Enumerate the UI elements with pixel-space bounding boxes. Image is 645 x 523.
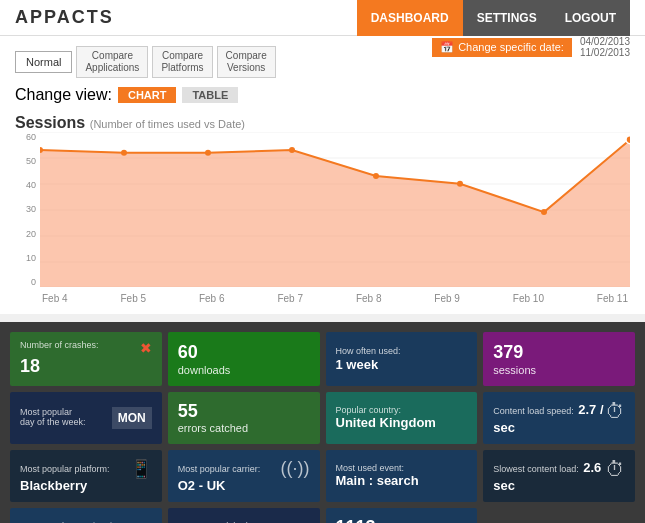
stat-most-used-event: Most used event: Main : search	[326, 450, 478, 502]
stat-slowest-load: Slowest content load: 2.6 sec ⏱	[483, 450, 635, 502]
stat-how-often: How often used: 1 week	[326, 332, 478, 386]
stat-screen-longest: Screen used the longest: Main	[168, 508, 320, 523]
dashboard-button[interactable]: DASHBOARD	[357, 0, 463, 36]
sessions-chart	[40, 132, 630, 287]
stat-errors: 55 errors catched	[168, 392, 320, 444]
stats-grid: Number of crashes: ✖ 18 60 downloads How…	[10, 332, 635, 523]
phone-icon: 📱	[130, 458, 152, 480]
chart-section: Sessions (Number of times used vs Date) …	[15, 114, 630, 304]
tab-normal[interactable]: Normal	[15, 51, 72, 73]
date-range: 04/02/2013 11/02/2013	[580, 36, 630, 58]
settings-button[interactable]: SETTINGS	[463, 0, 551, 36]
stat-crashes: Number of crashes: ✖ 18	[10, 332, 162, 386]
main-content: Select app: 0845 Change time: 1 Week 📅 C…	[0, 36, 645, 314]
stat-carrier: Most popular carrier: O2 - UK ((·))	[168, 450, 320, 502]
chart-subtitle: (Number of times used vs Date)	[90, 118, 245, 130]
tab-compare-applications[interactable]: CompareApplications	[76, 46, 148, 78]
change-date-button[interactable]: 📅 Change specific date:	[432, 38, 572, 57]
svg-point-12	[373, 173, 379, 179]
stat-content-load: Content load speed: 2.7 / sec ⏱	[483, 392, 635, 444]
chart-wrapper: 60 50 40 30 20 10 0	[15, 132, 630, 304]
header: APPACTS DASHBOARD SETTINGS LOGOUT	[0, 0, 645, 36]
timer-icon: ⏱	[605, 400, 625, 423]
tab-compare-platforms[interactable]: ComparePlatforms	[152, 46, 212, 78]
logout-button[interactable]: LOGOUT	[551, 0, 630, 36]
svg-point-15	[626, 136, 630, 144]
timer2-icon: ⏱	[605, 458, 625, 481]
signal-icon: ((·))	[281, 458, 310, 479]
x-axis: Feb 4 Feb 5 Feb 6 Feb 7 Feb 8 Feb 9 Feb …	[40, 293, 630, 304]
svg-point-11	[289, 147, 295, 153]
svg-point-14	[541, 209, 547, 215]
stat-downloads: 60 downloads	[168, 332, 320, 386]
view-table-button[interactable]: TABLE	[182, 87, 238, 103]
stat-popular-day: Most popularday of the week: MON	[10, 392, 162, 444]
chart-title: Sessions	[15, 114, 85, 131]
view-chart-button[interactable]: CHART	[118, 87, 177, 103]
crash-icon: ✖	[140, 340, 152, 356]
stat-events: 1113 events	[326, 508, 478, 523]
tab-compare-versions[interactable]: CompareVersions	[217, 46, 276, 78]
y-axis: 60 50 40 30 20 10 0	[15, 132, 40, 287]
calendar-icon: 📅	[440, 41, 454, 54]
stats-section: Number of crashes: ✖ 18 60 downloads How…	[0, 322, 645, 523]
svg-point-10	[205, 150, 211, 156]
stat-platform: Most popular platform: Blackberry 📱	[10, 450, 162, 502]
svg-point-13	[457, 181, 463, 187]
change-view-label: Change view:	[15, 86, 112, 104]
svg-point-9	[121, 150, 127, 156]
header-nav: DASHBOARD SETTINGS LOGOUT	[357, 0, 630, 36]
view-row: Change view: CHART TABLE	[15, 86, 630, 104]
stat-country: Popular country: United Kingdom	[326, 392, 478, 444]
chart-plot-area: Feb 4 Feb 5 Feb 6 Feb 7 Feb 8 Feb 9 Feb …	[40, 132, 630, 304]
logo: APPACTS	[15, 7, 114, 28]
stat-session-time: Most popular session time: 10 seconds	[10, 508, 162, 523]
tab-row: Normal CompareApplications ComparePlatfo…	[15, 46, 432, 78]
stat-sessions: 379 sessions	[483, 332, 635, 386]
